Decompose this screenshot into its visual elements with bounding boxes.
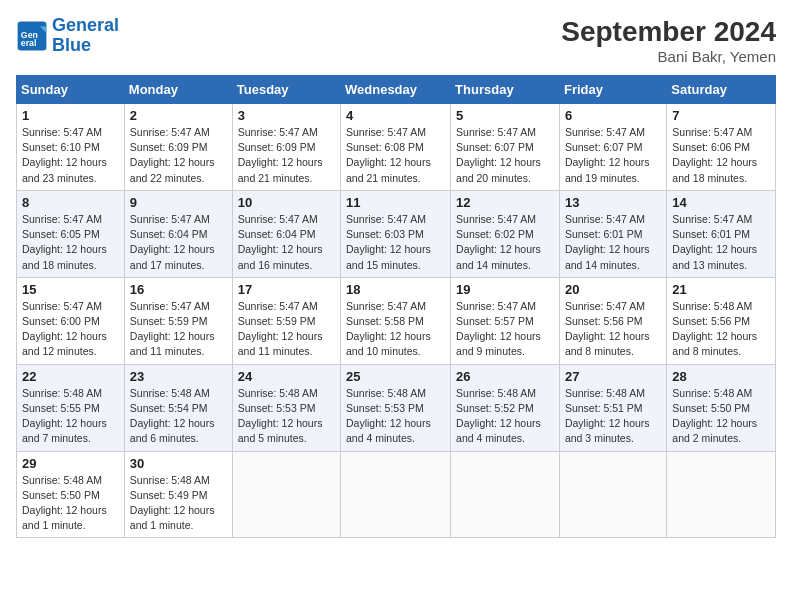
- day-number: 14: [672, 195, 770, 210]
- day-info: Sunrise: 5:47 AMSunset: 6:01 PMDaylight:…: [672, 212, 770, 273]
- calendar-cell: 9Sunrise: 5:47 AMSunset: 6:04 PMDaylight…: [124, 190, 232, 277]
- day-info: Sunrise: 5:48 AMSunset: 5:55 PMDaylight:…: [22, 386, 119, 447]
- calendar-cell: 16Sunrise: 5:47 AMSunset: 5:59 PMDayligh…: [124, 277, 232, 364]
- calendar-cell: 27Sunrise: 5:48 AMSunset: 5:51 PMDayligh…: [559, 364, 666, 451]
- day-number: 16: [130, 282, 227, 297]
- calendar-cell: 19Sunrise: 5:47 AMSunset: 5:57 PMDayligh…: [451, 277, 560, 364]
- day-info: Sunrise: 5:47 AMSunset: 5:59 PMDaylight:…: [130, 299, 227, 360]
- calendar-cell: 18Sunrise: 5:47 AMSunset: 5:58 PMDayligh…: [341, 277, 451, 364]
- day-info: Sunrise: 5:47 AMSunset: 6:08 PMDaylight:…: [346, 125, 445, 186]
- title-block: September 2024 Bani Bakr, Yemen: [561, 16, 776, 65]
- day-number: 9: [130, 195, 227, 210]
- day-number: 13: [565, 195, 661, 210]
- day-number: 10: [238, 195, 335, 210]
- calendar-header-row: SundayMondayTuesdayWednesdayThursdayFrid…: [17, 76, 776, 104]
- day-info: Sunrise: 5:48 AMSunset: 5:53 PMDaylight:…: [238, 386, 335, 447]
- calendar-cell: 24Sunrise: 5:48 AMSunset: 5:53 PMDayligh…: [232, 364, 340, 451]
- logo-general: General: [52, 15, 119, 35]
- calendar-cell: 23Sunrise: 5:48 AMSunset: 5:54 PMDayligh…: [124, 364, 232, 451]
- day-number: 5: [456, 108, 554, 123]
- logo-blue: Blue: [52, 35, 91, 55]
- header-wednesday: Wednesday: [341, 76, 451, 104]
- calendar-cell: 12Sunrise: 5:47 AMSunset: 6:02 PMDayligh…: [451, 190, 560, 277]
- day-number: 18: [346, 282, 445, 297]
- calendar-cell: 20Sunrise: 5:47 AMSunset: 5:56 PMDayligh…: [559, 277, 666, 364]
- calendar-week-row: 22Sunrise: 5:48 AMSunset: 5:55 PMDayligh…: [17, 364, 776, 451]
- day-info: Sunrise: 5:47 AMSunset: 5:56 PMDaylight:…: [565, 299, 661, 360]
- calendar-cell: 8Sunrise: 5:47 AMSunset: 6:05 PMDaylight…: [17, 190, 125, 277]
- day-number: 30: [130, 456, 227, 471]
- calendar-week-row: 15Sunrise: 5:47 AMSunset: 6:00 PMDayligh…: [17, 277, 776, 364]
- day-info: Sunrise: 5:48 AMSunset: 5:51 PMDaylight:…: [565, 386, 661, 447]
- calendar-cell: 6Sunrise: 5:47 AMSunset: 6:07 PMDaylight…: [559, 104, 666, 191]
- calendar-cell: 5Sunrise: 5:47 AMSunset: 6:07 PMDaylight…: [451, 104, 560, 191]
- calendar-cell: [341, 451, 451, 538]
- day-info: Sunrise: 5:47 AMSunset: 6:10 PMDaylight:…: [22, 125, 119, 186]
- day-number: 4: [346, 108, 445, 123]
- day-info: Sunrise: 5:47 AMSunset: 6:07 PMDaylight:…: [565, 125, 661, 186]
- day-number: 1: [22, 108, 119, 123]
- calendar-cell: [451, 451, 560, 538]
- header-sunday: Sunday: [17, 76, 125, 104]
- day-info: Sunrise: 5:47 AMSunset: 6:05 PMDaylight:…: [22, 212, 119, 273]
- calendar-cell: 10Sunrise: 5:47 AMSunset: 6:04 PMDayligh…: [232, 190, 340, 277]
- day-number: 19: [456, 282, 554, 297]
- calendar-table: SundayMondayTuesdayWednesdayThursdayFrid…: [16, 75, 776, 538]
- calendar-cell: [559, 451, 666, 538]
- day-info: Sunrise: 5:47 AMSunset: 5:59 PMDaylight:…: [238, 299, 335, 360]
- day-number: 11: [346, 195, 445, 210]
- header-saturday: Saturday: [667, 76, 776, 104]
- calendar-cell: 14Sunrise: 5:47 AMSunset: 6:01 PMDayligh…: [667, 190, 776, 277]
- day-number: 28: [672, 369, 770, 384]
- day-number: 20: [565, 282, 661, 297]
- day-number: 26: [456, 369, 554, 384]
- calendar-week-row: 29Sunrise: 5:48 AMSunset: 5:50 PMDayligh…: [17, 451, 776, 538]
- day-number: 6: [565, 108, 661, 123]
- day-info: Sunrise: 5:48 AMSunset: 5:56 PMDaylight:…: [672, 299, 770, 360]
- day-info: Sunrise: 5:48 AMSunset: 5:54 PMDaylight:…: [130, 386, 227, 447]
- logo-icon: Gen eral: [16, 20, 48, 52]
- day-number: 7: [672, 108, 770, 123]
- day-number: 15: [22, 282, 119, 297]
- calendar-week-row: 1Sunrise: 5:47 AMSunset: 6:10 PMDaylight…: [17, 104, 776, 191]
- calendar-cell: 26Sunrise: 5:48 AMSunset: 5:52 PMDayligh…: [451, 364, 560, 451]
- day-info: Sunrise: 5:48 AMSunset: 5:50 PMDaylight:…: [672, 386, 770, 447]
- day-info: Sunrise: 5:48 AMSunset: 5:53 PMDaylight:…: [346, 386, 445, 447]
- day-info: Sunrise: 5:47 AMSunset: 6:00 PMDaylight:…: [22, 299, 119, 360]
- calendar-cell: 30Sunrise: 5:48 AMSunset: 5:49 PMDayligh…: [124, 451, 232, 538]
- calendar-week-row: 8Sunrise: 5:47 AMSunset: 6:05 PMDaylight…: [17, 190, 776, 277]
- day-number: 24: [238, 369, 335, 384]
- header-friday: Friday: [559, 76, 666, 104]
- day-info: Sunrise: 5:47 AMSunset: 6:01 PMDaylight:…: [565, 212, 661, 273]
- header-thursday: Thursday: [451, 76, 560, 104]
- day-info: Sunrise: 5:47 AMSunset: 5:57 PMDaylight:…: [456, 299, 554, 360]
- page-header: Gen eral General Blue September 2024 Ban…: [16, 16, 776, 65]
- day-number: 8: [22, 195, 119, 210]
- calendar-cell: 13Sunrise: 5:47 AMSunset: 6:01 PMDayligh…: [559, 190, 666, 277]
- day-number: 25: [346, 369, 445, 384]
- day-info: Sunrise: 5:48 AMSunset: 5:50 PMDaylight:…: [22, 473, 119, 534]
- day-number: 21: [672, 282, 770, 297]
- calendar-cell: 29Sunrise: 5:48 AMSunset: 5:50 PMDayligh…: [17, 451, 125, 538]
- day-number: 23: [130, 369, 227, 384]
- day-number: 17: [238, 282, 335, 297]
- day-number: 27: [565, 369, 661, 384]
- day-info: Sunrise: 5:47 AMSunset: 5:58 PMDaylight:…: [346, 299, 445, 360]
- calendar-cell: 15Sunrise: 5:47 AMSunset: 6:00 PMDayligh…: [17, 277, 125, 364]
- day-number: 3: [238, 108, 335, 123]
- header-monday: Monday: [124, 76, 232, 104]
- day-number: 2: [130, 108, 227, 123]
- day-info: Sunrise: 5:47 AMSunset: 6:07 PMDaylight:…: [456, 125, 554, 186]
- day-info: Sunrise: 5:48 AMSunset: 5:52 PMDaylight:…: [456, 386, 554, 447]
- calendar-cell: 2Sunrise: 5:47 AMSunset: 6:09 PMDaylight…: [124, 104, 232, 191]
- calendar-cell: [667, 451, 776, 538]
- calendar-cell: 4Sunrise: 5:47 AMSunset: 6:08 PMDaylight…: [341, 104, 451, 191]
- day-info: Sunrise: 5:47 AMSunset: 6:06 PMDaylight:…: [672, 125, 770, 186]
- calendar-cell: 7Sunrise: 5:47 AMSunset: 6:06 PMDaylight…: [667, 104, 776, 191]
- calendar-cell: 25Sunrise: 5:48 AMSunset: 5:53 PMDayligh…: [341, 364, 451, 451]
- day-info: Sunrise: 5:47 AMSunset: 6:09 PMDaylight:…: [238, 125, 335, 186]
- calendar-cell: 21Sunrise: 5:48 AMSunset: 5:56 PMDayligh…: [667, 277, 776, 364]
- day-number: 22: [22, 369, 119, 384]
- calendar-cell: 3Sunrise: 5:47 AMSunset: 6:09 PMDaylight…: [232, 104, 340, 191]
- month-year: September 2024: [561, 16, 776, 48]
